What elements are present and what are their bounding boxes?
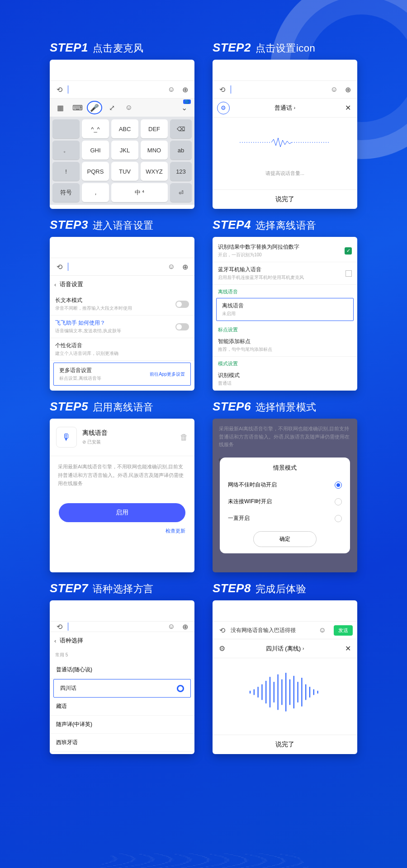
gear-icon[interactable]: ⚙ bbox=[217, 644, 227, 654]
setting-row[interactable]: 识别结果中数字替换为阿拉伯数字开启，一百识别为100✓ bbox=[213, 240, 357, 262]
waveform bbox=[213, 658, 357, 726]
group-label: 常用 5 bbox=[50, 649, 194, 661]
mic-icon: 🎙 bbox=[56, 427, 77, 448]
language-label[interactable]: 普通话 bbox=[274, 104, 292, 112]
step-8: STEP8完成后体验 ⟲ 没有网络语音输入巴适得很 ☺ 发送 ⚙ 四川话 (离线… bbox=[213, 581, 357, 754]
group-label: 方言 25 bbox=[50, 752, 194, 754]
close-icon[interactable]: ✕ bbox=[345, 104, 351, 112]
plus-icon[interactable]: ⊕ bbox=[180, 622, 190, 632]
setting-row[interactable]: 识别模式普通话 bbox=[213, 368, 357, 391]
step-4: STEP4选择离线语音 识别结果中数字替换为阿拉伯数字开启，一百识别为100✓ … bbox=[213, 218, 357, 391]
lang-option[interactable]: 普通话(随心说) bbox=[50, 661, 194, 679]
emoji-icon[interactable]: ☺ bbox=[166, 262, 176, 272]
enable-button[interactable]: 启用 bbox=[59, 503, 185, 522]
key[interactable]: DEF bbox=[141, 119, 168, 138]
option-row[interactable]: 未连接WIFI时开启 bbox=[220, 493, 350, 510]
key[interactable]: ， bbox=[82, 183, 109, 202]
done-button[interactable]: 说完了 bbox=[213, 189, 357, 209]
description: 采用最新AI离线语音引擎，不用联网也能准确识别,目前支持普通话和方言语音输入。外… bbox=[50, 456, 194, 494]
setting-row[interactable]: 个性化语音建立个人语音词库，识别更准确 bbox=[50, 338, 194, 361]
emoji-icon[interactable]: ☺ bbox=[166, 622, 176, 632]
setting-row[interactable]: 飞飞助手 如何使用？语音编辑文本,发送表情,执皮肤等 bbox=[50, 316, 194, 338]
confirm-button[interactable]: 确定 bbox=[253, 531, 317, 547]
checkbox-icon[interactable] bbox=[345, 270, 352, 277]
key[interactable]: GHI bbox=[82, 141, 109, 160]
mic-icon[interactable]: 🎤 bbox=[87, 101, 102, 114]
grid-icon[interactable]: ▦ bbox=[52, 101, 68, 114]
option-row[interactable]: 一直开启 bbox=[220, 510, 350, 527]
text-cursor bbox=[68, 85, 68, 94]
offline-voice-row[interactable]: 离线语音未启用 bbox=[216, 298, 354, 321]
radio-icon bbox=[335, 515, 342, 522]
lang-key[interactable]: 中 ⁴ bbox=[111, 183, 168, 202]
key[interactable]: ! bbox=[52, 162, 80, 181]
trash-icon[interactable]: 🗑 bbox=[180, 433, 188, 442]
offline-voice-list: 识别结果中数字替换为阿拉伯数字开启，一百识别为100✓ 蓝牙耳机输入语音启用后手… bbox=[213, 237, 357, 391]
option-row[interactable]: 网络不佳时自动开启 bbox=[220, 476, 350, 493]
toggle[interactable] bbox=[175, 301, 189, 308]
checkbox-icon[interactable]: ✓ bbox=[345, 247, 352, 255]
enable-offline-screen: 🎙 离线语音⊘ 已安装 🗑 采用最新AI离线语音引擎，不用联网也能准确识别,目前… bbox=[50, 419, 194, 572]
key[interactable]: ABC bbox=[111, 119, 138, 138]
smile-icon[interactable]: ☺ bbox=[121, 101, 137, 114]
plus-icon[interactable]: ⊕ bbox=[180, 85, 190, 94]
key[interactable]: WXYZ bbox=[141, 162, 168, 181]
speaker-icon[interactable]: ⟲ bbox=[54, 622, 64, 632]
ring-icon bbox=[177, 685, 184, 692]
lang-option[interactable]: 西班牙语 bbox=[50, 734, 194, 752]
plus-icon[interactable]: ⊕ bbox=[343, 85, 353, 94]
speaker-icon[interactable]: ⟲ bbox=[217, 85, 227, 94]
language-label[interactable]: 四川话 (离线) bbox=[266, 645, 301, 653]
setting-row[interactable]: 智能添加标点推荐，句中句尾均添加标点 bbox=[213, 334, 357, 357]
toolbar: ▦ ⌨ 🎤 ⤢ ☺ ⌄ 🔵 bbox=[50, 99, 194, 117]
back-icon[interactable]: ‹ bbox=[54, 637, 56, 644]
group-label: 模式设置 bbox=[213, 357, 357, 368]
scene-mode-screen: 采用最新AI离线语音引擎，不用联网也能准确识别,目前支持普通话和方言语音输入。外… bbox=[213, 419, 357, 572]
key[interactable]: JKL bbox=[111, 141, 138, 160]
key[interactable]: PQRS bbox=[82, 162, 109, 181]
voice-settings-screen: ⟲ ☺ ⊕ ‹语音设置 长文本模式录音不间断，推荐输入大段文本时使用 飞飞助手 … bbox=[50, 237, 194, 391]
speaker-icon[interactable]: ⟲ bbox=[54, 85, 64, 94]
check-update-link[interactable]: 检查更新 bbox=[50, 522, 194, 540]
keyboard-screen: ⟲ ☺ ⊕ ▦ ⌨ 🎤 ⤢ ☺ ⌄ 🔵 ^_^ ABC DEF ⌫ 。 GHI … bbox=[50, 60, 194, 209]
plus-icon[interactable]: ⊕ bbox=[180, 262, 190, 272]
key[interactable]: 123 bbox=[170, 162, 192, 181]
modal-title: 情景模式 bbox=[220, 464, 350, 472]
done-button[interactable]: 说完了 bbox=[213, 735, 357, 754]
back-icon[interactable]: ‹ bbox=[54, 281, 56, 288]
send-button[interactable]: 发送 bbox=[334, 625, 353, 636]
keypad: ^_^ ABC DEF ⌫ 。 GHI JKL MNO ab ! PQRS TU… bbox=[50, 117, 194, 205]
emoji-icon[interactable]: ☺ bbox=[329, 85, 339, 94]
step-6: STEP6选择情景模式 采用最新AI离线语音引擎，不用联网也能准确识别,目前支持… bbox=[213, 400, 357, 572]
setting-row[interactable]: 长文本模式录音不间断，推荐输入大段文本时使用 bbox=[50, 293, 194, 316]
radio-icon bbox=[335, 498, 342, 505]
lang-option[interactable]: 随声译(中译英) bbox=[50, 716, 194, 734]
keyboard-icon[interactable]: ⌨ bbox=[70, 101, 85, 114]
lang-option[interactable]: 藏语 bbox=[50, 698, 194, 716]
step-5: STEP5启用离线语音 🎙 离线语音⊘ 已安装 🗑 采用最新AI离线语音引擎，不… bbox=[50, 400, 194, 572]
setting-row[interactable]: 蓝牙耳机输入语音启用后手机连接蓝牙耳机时使用耳机麦克风 bbox=[213, 262, 357, 285]
gear-icon[interactable]: ⚙ bbox=[217, 102, 230, 114]
key[interactable]: ab bbox=[170, 141, 192, 160]
key[interactable]: ^_^ bbox=[82, 119, 109, 138]
speaker-icon[interactable]: ⟲ bbox=[54, 262, 64, 272]
key[interactable]: TUV bbox=[111, 162, 138, 181]
key[interactable]: MNO bbox=[141, 141, 168, 160]
move-icon[interactable]: ⤢ bbox=[104, 101, 119, 114]
emoji-icon[interactable]: ☺ bbox=[317, 625, 327, 635]
close-icon[interactable]: ✕ bbox=[345, 644, 351, 653]
speaker-icon[interactable]: ⟲ bbox=[217, 625, 227, 635]
step-2: STEP2点击设置icon ⟲ ☺ ⊕ ⚙ 普通话 › ✕ 请提高说话音量...… bbox=[213, 41, 357, 209]
toggle[interactable] bbox=[175, 323, 189, 330]
emoji-icon[interactable]: ☺ bbox=[166, 85, 176, 94]
key[interactable] bbox=[52, 119, 80, 138]
voice-lang-bar: ⚙ 普通话 › ✕ bbox=[213, 99, 357, 118]
backspace-key[interactable]: ⌫ bbox=[170, 119, 192, 138]
step-3: STEP3进入语音设置 ⟲ ☺ ⊕ ‹语音设置 长文本模式录音不间断，推荐输入大… bbox=[50, 218, 194, 391]
more-settings-row[interactable]: 更多语音设置标点设置,离线语音等前往App更多设置 bbox=[53, 363, 191, 386]
key[interactable]: 。 bbox=[52, 141, 80, 160]
step-1: STEP1点击麦克风 ⟲ ☺ ⊕ ▦ ⌨ 🎤 ⤢ ☺ ⌄ 🔵 ^_^ ABC D… bbox=[50, 41, 194, 209]
enter-key[interactable]: ⏎ bbox=[170, 183, 192, 202]
lang-option-selected[interactable]: 四川话 bbox=[53, 679, 191, 698]
symbol-key[interactable]: 符号 bbox=[52, 183, 80, 202]
